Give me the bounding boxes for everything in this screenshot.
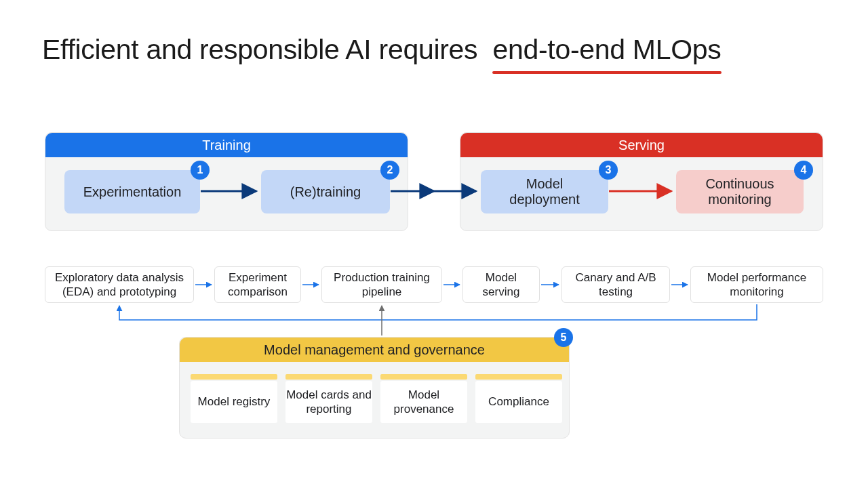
gov-model-provenance: Model provenance	[380, 381, 467, 423]
gov-model-cards: Model cards and reporting	[285, 381, 372, 423]
panel-header-governance: Model management and governance	[180, 338, 569, 362]
stage-label: Continuous monitoring	[705, 176, 774, 207]
stage-experimentation: Experimentation 1	[64, 170, 200, 214]
title-highlight: end-to-end MLOps	[492, 34, 721, 66]
flow-model-monitoring: Model performance monitoring	[690, 266, 823, 303]
gov-compliance: Compliance	[475, 381, 562, 423]
slide-title: Efficient and responsible AI requires en…	[42, 34, 722, 66]
stage-label: Experimentation	[83, 184, 182, 200]
slide-root: Efficient and responsible AI requires en…	[0, 0, 868, 488]
panel-header-training: Training	[45, 133, 408, 157]
flow-canary-ab: Canary and A/B testing	[561, 266, 670, 303]
panel-governance: Model management and governance 5 Model …	[179, 337, 570, 439]
stage-badge-1: 1	[191, 161, 210, 180]
panel-header-serving: Serving	[460, 133, 823, 157]
panel-serving: Serving Model deployment 3 Continuous mo…	[460, 132, 823, 231]
flow-model-serving: Model serving	[462, 266, 540, 303]
panel-training: Training Experimentation 1 (Re)training …	[45, 132, 408, 231]
arrow-feedback-loop-long	[119, 304, 757, 320]
stage-label: Model deployment	[509, 176, 579, 207]
stage-badge-3: 3	[599, 161, 618, 180]
stage-continuous-monitoring: Continuous monitoring 4	[676, 170, 804, 214]
stage-model-deployment: Model deployment 3	[481, 170, 608, 214]
stage-retraining: (Re)training 2	[261, 170, 390, 214]
governance-badge: 5	[554, 328, 573, 347]
title-prefix: Efficient and responsible AI requires	[42, 34, 485, 65]
flow-experiment-comparison: Experiment comparison	[214, 266, 301, 303]
flow-production-pipeline: Production training pipeline	[321, 266, 442, 303]
stage-label: (Re)training	[290, 184, 361, 200]
flow-eda: Exploratory data analysis (EDA) and prot…	[45, 266, 194, 303]
gov-model-registry: Model registry	[191, 381, 277, 423]
stage-badge-2: 2	[380, 161, 399, 180]
stage-badge-4: 4	[794, 161, 813, 180]
